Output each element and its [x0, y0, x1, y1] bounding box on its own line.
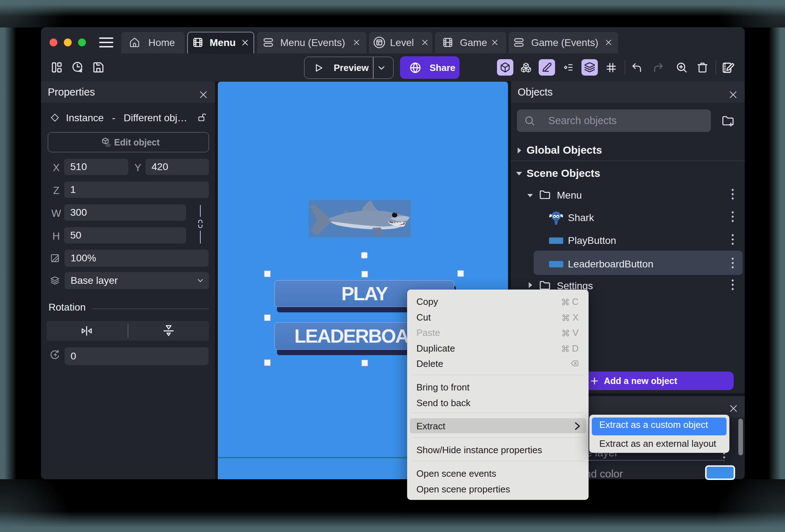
svg-text:2D: 2D: [106, 143, 111, 147]
